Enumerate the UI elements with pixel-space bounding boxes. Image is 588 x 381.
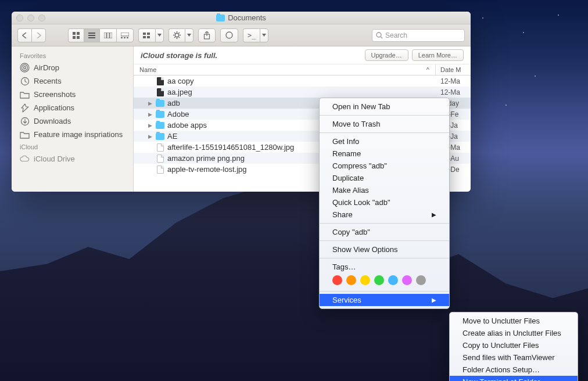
services-submenu[interactable]: Move to Unclutter FilesCreate alias in U… [449,312,578,381]
tag-dot[interactable] [346,275,356,285]
menu-item[interactable]: Open in New Tab [320,100,449,113]
sidebar-item-label: Recents [34,77,62,85]
svg-rect-5 [88,35,95,36]
folder-icon [20,89,30,99]
menu-item[interactable]: Rename [320,148,449,160]
tag-dot[interactable] [374,275,384,285]
column-view-button[interactable] [99,28,116,42]
sidebar-item[interactable]: iCloud Drive [12,152,133,166]
list-view-button[interactable] [84,28,99,42]
file-name: aa.jpeg [167,88,192,96]
tag-dot[interactable] [360,275,370,285]
name-column-header[interactable]: Name ^ [134,64,436,75]
file-name: aa copy [167,77,194,85]
disclosure-triangle-icon[interactable]: ▶ [148,112,153,117]
sidebar-section-header: iCloud [12,141,133,152]
file-icon [156,154,164,163]
svg-line-24 [179,37,180,38]
share-button[interactable] [198,28,216,42]
sidebar-item[interactable]: Feature image inspriations [12,128,133,141]
svg-rect-13 [127,37,128,38]
sidebar-item[interactable]: Applications [12,101,133,114]
context-menu[interactable]: Open in New TabMove to TrashGet InfoRena… [319,98,450,309]
svg-point-30 [377,33,381,37]
column-headers[interactable]: Name ^ Date M [134,64,471,76]
sidebar-item[interactable]: Downloads [12,114,133,128]
menu-item[interactable]: Duplicate [320,172,449,184]
gallery-view-button[interactable] [116,28,134,42]
date-column-header[interactable]: Date M [436,64,471,75]
folder-icon [216,15,225,21]
disclosure-triangle-icon[interactable]: ▶ [148,123,153,128]
nav-buttons [17,28,46,42]
menu-item[interactable]: Copy "adb" [320,226,449,238]
file-row[interactable]: aa.jpeg12-Ma [134,87,471,98]
file-name: adb [167,99,180,107]
svg-rect-6 [88,37,95,38]
file-row[interactable]: aa copy12-Ma [134,76,471,87]
close-button[interactable] [16,15,23,21]
window-title-text: Documents [228,13,266,22]
menu-item[interactable]: Show View Options [320,243,449,256]
sidebar-item[interactable]: Screenshots [12,88,133,101]
menu-item[interactable]: Tags… [320,261,449,273]
upgrade-button[interactable]: Upgrade… [365,49,408,61]
menu-item[interactable]: Move to Unclutter Files [450,315,578,327]
svg-rect-9 [110,33,112,38]
back-button[interactable] [17,28,31,42]
sort-caret-icon: ^ [426,66,429,73]
menu-item[interactable]: Compress "adb" [320,160,449,172]
airdrop-icon [20,63,30,73]
tag-dot[interactable] [332,275,342,285]
menu-item[interactable]: Folder Actions Setup… [450,364,578,376]
file-name: AE [167,132,177,141]
disclosure-triangle-icon[interactable]: ▶ [148,134,153,139]
svg-rect-11 [121,37,123,38]
search-placeholder: Search [385,31,407,39]
action-button[interactable] [168,28,193,42]
storage-banner: iCloud storage is full. Upgrade… Learn M… [134,46,471,64]
tags-button[interactable] [220,28,238,42]
disclosure-triangle-icon[interactable]: ▶ [148,100,153,106]
titlebar[interactable]: Documents [12,12,471,24]
submenu-arrow-icon: ▶ [432,211,436,218]
sidebar-item[interactable]: Recents [12,74,133,88]
menu-item[interactable]: New Terminal at Folder [450,376,578,381]
sidebar-item[interactable]: AirDrop [12,61,133,74]
tag-dot[interactable] [416,275,426,285]
file-icon [156,88,164,96]
menu-item[interactable]: Share▶ [320,209,449,221]
svg-line-31 [381,37,382,38]
menu-item[interactable]: Send files with TeamViewer [450,351,578,364]
svg-rect-1 [77,32,80,35]
svg-rect-16 [143,36,146,38]
file-date: 12-Ma [436,88,471,96]
learn-more-button[interactable]: Learn More… [412,49,464,61]
svg-rect-14 [143,33,146,35]
svg-rect-3 [77,36,80,39]
menu-item[interactable]: Make Alias [320,184,449,196]
minimize-button[interactable] [27,15,34,21]
menu-item[interactable]: Services▶ [320,294,449,306]
window-controls[interactable] [16,15,45,21]
search-input[interactable]: Search [372,29,465,42]
file-date: 12-Ma [436,77,471,85]
zoom-button[interactable] [38,15,45,21]
menu-item[interactable]: Create alias in Unclutter Files [450,327,578,339]
sidebar-item-label: AirDrop [34,63,59,72]
tag-dot[interactable] [388,275,398,285]
menu-item[interactable]: Get Info [320,135,449,148]
menu-item[interactable]: Move to Trash [320,118,449,130]
icon-view-button[interactable] [68,28,84,42]
sidebar-item-label: Applications [34,103,74,112]
svg-line-23 [174,33,175,33]
path-button[interactable]: >_ [243,28,268,42]
arrange-button[interactable] [138,28,164,42]
sidebar-item-label: Downloads [34,117,71,125]
forward-button[interactable] [31,28,46,42]
sidebar-item-label: iCloud Drive [34,154,75,163]
tag-dot[interactable] [402,275,412,285]
svg-rect-15 [147,33,150,35]
menu-item[interactable]: Copy to Unclutter Files [450,339,578,351]
menu-item[interactable]: Quick Look "adb" [320,196,449,209]
